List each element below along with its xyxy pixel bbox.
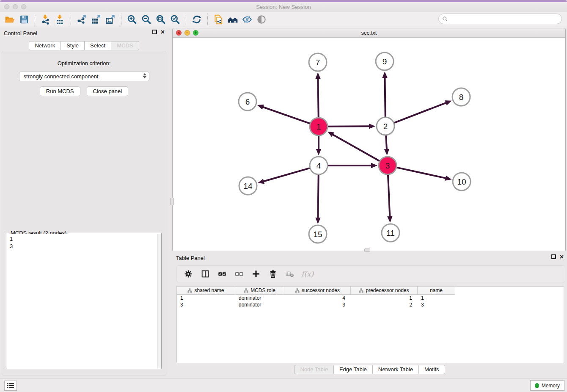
- tab-motifs[interactable]: Motifs: [419, 365, 445, 374]
- table-panel: Table Panel ×: [172, 253, 567, 377]
- table-toolbar: f(x): [176, 265, 565, 282]
- control-panel-close-icon[interactable]: ×: [161, 30, 165, 34]
- plus-icon: [251, 269, 261, 279]
- table-cell[interactable]: 1: [351, 295, 418, 301]
- control-panel-tabs: Network Style Select MCDS: [0, 41, 168, 50]
- zoom-in-button[interactable]: [125, 13, 139, 26]
- edge-arrowhead: [371, 163, 377, 168]
- column-panel-button[interactable]: [200, 268, 211, 279]
- export-image-button[interactable]: [103, 13, 118, 26]
- table-cell[interactable]: 3: [284, 301, 351, 308]
- mcds-result-list[interactable]: 1 3: [7, 234, 157, 368]
- zoom-out-button[interactable]: [139, 13, 154, 26]
- function-builder-button[interactable]: f(x): [301, 268, 314, 279]
- graph-edge-1-2[interactable]: [328, 126, 370, 127]
- graph-edge-2-8[interactable]: [394, 102, 447, 123]
- graph-edge-3-11[interactable]: [388, 175, 390, 217]
- tab-mcds[interactable]: MCDS: [111, 41, 139, 50]
- control-panel-float-icon[interactable]: [152, 30, 157, 34]
- result-scrollbar[interactable]: [157, 234, 161, 368]
- zoom-selected-button[interactable]: [168, 13, 182, 26]
- import-table-button[interactable]: [53, 13, 67, 26]
- table-row[interactable]: 1dominator411: [177, 295, 564, 301]
- export-network-button[interactable]: [74, 13, 89, 26]
- table-cell[interactable]: 2: [351, 301, 418, 308]
- graph-edge-4-14[interactable]: [263, 168, 310, 182]
- add-column-button[interactable]: [250, 268, 261, 279]
- table-panel-float-icon[interactable]: [551, 254, 556, 259]
- edge-arrowhead: [258, 179, 264, 184]
- search-input[interactable]: [448, 16, 561, 22]
- graph-node-label: 2: [383, 122, 388, 131]
- network-canvas[interactable]: 7968124314101511: [173, 38, 565, 251]
- network-window-titlebar: × − + scc.txt: [173, 28, 565, 38]
- table-cell[interactable]: dominator: [235, 301, 284, 308]
- tab-network-table[interactable]: Network Table: [373, 365, 419, 374]
- trash-icon: [268, 269, 278, 279]
- import-network-button[interactable]: [39, 13, 53, 26]
- tab-network[interactable]: Network: [29, 41, 61, 50]
- edge-arrowhead: [315, 72, 320, 79]
- hide-selected-button[interactable]: [240, 13, 254, 26]
- open-folder-icon: [4, 14, 15, 25]
- delete-table-button[interactable]: [284, 268, 295, 279]
- table-panel-header: Table Panel ×: [172, 253, 567, 263]
- tab-select[interactable]: Select: [85, 41, 111, 50]
- search-field[interactable]: [438, 14, 562, 24]
- table-cell[interactable]: 1: [418, 295, 455, 301]
- close-panel-button[interactable]: Close panel: [87, 86, 129, 96]
- graph-edge-2-3[interactable]: [386, 135, 387, 150]
- show-all-button[interactable]: [254, 13, 269, 26]
- edge-arrowhead: [316, 149, 321, 155]
- network-view-window: × − + scc.txt 7968124314101511: [172, 28, 566, 251]
- column-header-label: shared name: [194, 287, 224, 293]
- splitter-grip-vertical[interactable]: [170, 198, 174, 205]
- copy-network-button[interactable]: [211, 13, 226, 26]
- run-mcds-button[interactable]: Run MCDS: [40, 86, 80, 96]
- table-cell[interactable]: dominator: [235, 295, 284, 301]
- edge-arrowhead: [387, 216, 392, 223]
- graph-node-label: 8: [459, 93, 464, 102]
- graph-edge-4-15[interactable]: [318, 175, 318, 218]
- tab-node-table[interactable]: Node Table: [294, 365, 334, 374]
- memory-button[interactable]: Memory: [530, 380, 564, 391]
- delete-button[interactable]: [267, 268, 278, 279]
- control-panel-title: Control Panel: [4, 30, 37, 36]
- tree-icon: [244, 288, 248, 293]
- column-header-shared-name[interactable]: shared name: [177, 287, 235, 295]
- open-session-button[interactable]: [3, 13, 17, 26]
- apply-layout-button[interactable]: [190, 13, 204, 26]
- tab-style[interactable]: Style: [61, 41, 85, 50]
- column-header-MCDS-role[interactable]: MCDS role: [235, 287, 284, 295]
- table-settings-button[interactable]: [183, 268, 194, 279]
- zoom-fit-button[interactable]: [154, 13, 168, 26]
- graph-edge-1-6[interactable]: [262, 107, 310, 123]
- table-panel-close-icon[interactable]: ×: [560, 254, 564, 259]
- search-icon: [442, 16, 448, 22]
- export-table-button[interactable]: [89, 13, 103, 26]
- mcds-result-line: 1: [10, 235, 157, 243]
- graph-edge-2-9[interactable]: [385, 77, 385, 117]
- column-header-name[interactable]: name: [418, 287, 455, 295]
- table-cell[interactable]: 3: [177, 301, 235, 308]
- criterion-dropdown[interactable]: strongly connected component: [19, 72, 149, 81]
- unselect-all-columns-button[interactable]: [234, 268, 245, 279]
- select-all-columns-button[interactable]: [217, 268, 228, 279]
- splitter-grip-horizontal[interactable]: [364, 248, 370, 252]
- graph-edge-1-7[interactable]: [318, 78, 318, 117]
- window-title: Session: New Session: [0, 4, 567, 10]
- column-header-predecessor-nodes[interactable]: predecessor nodes: [351, 287, 418, 295]
- table-row[interactable]: 3dominator323: [177, 301, 564, 308]
- tab-edge-table[interactable]: Edge Table: [334, 365, 373, 374]
- export-network-icon: [76, 14, 87, 25]
- task-history-button[interactable]: [4, 381, 17, 391]
- table-cell[interactable]: 3: [418, 301, 455, 308]
- column-header-successor-nodes[interactable]: successor nodes: [284, 287, 351, 295]
- graph-edge-3-10[interactable]: [396, 168, 446, 178]
- table-cell[interactable]: 1: [177, 295, 235, 301]
- first-neighbors-button[interactable]: [226, 13, 240, 26]
- import-network-icon: [40, 14, 51, 25]
- save-session-button[interactable]: [17, 13, 31, 26]
- table-cell[interactable]: 4: [284, 295, 351, 301]
- graph-edge-3-1[interactable]: [332, 134, 380, 161]
